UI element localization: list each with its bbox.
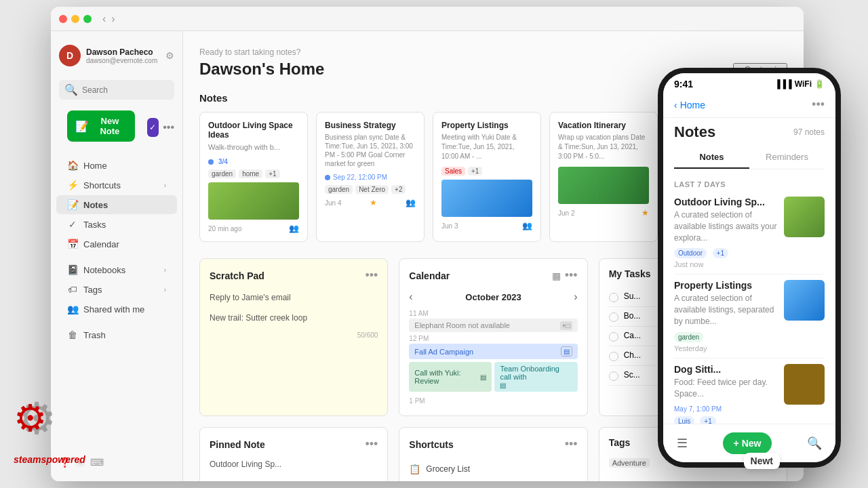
calendar-grid-icon[interactable]: ▦	[552, 270, 561, 281]
time-label-12pm: 12 PM	[409, 335, 577, 342]
back-arrow[interactable]: ‹	[102, 13, 106, 25]
calendar-more-icon[interactable]: •••	[565, 268, 578, 283]
mobile-back-label: Home	[680, 100, 705, 110]
cal-event-elephant[interactable]: Elephant Room not available +□	[409, 319, 577, 332]
cal-event-onboarding[interactable]: Team Onboarding call with ▤	[494, 362, 577, 392]
notes-label: Notes	[83, 200, 108, 210]
gear-icon[interactable]: ⚙	[165, 50, 174, 61]
task-checkbox[interactable]	[609, 312, 618, 322]
shortcut-grocery[interactable]: 📋 Grocery List	[409, 460, 577, 479]
scratch-content[interactable]: Reply to Jamie's email New trail: Sutter…	[210, 291, 378, 325]
mobile-overlay: 9:41 ▐▐▐ WiFi 🔋 ‹ Home ••• Notes 97 note…	[658, 68, 841, 468]
minimize-button[interactable]	[71, 15, 79, 23]
new-note-button[interactable]: 📝 New Note	[67, 110, 135, 142]
tasks-icon: ✓	[67, 219, 78, 230]
task-checkbox[interactable]	[609, 352, 618, 361]
chevron-icon: ›	[164, 286, 166, 293]
user-email: dawson@evernote.com	[86, 57, 165, 64]
mobile-note-info: Property Listings A curated selection of…	[674, 280, 777, 352]
scratch-more-icon[interactable]: •••	[365, 268, 378, 283]
sidebar-item-tags[interactable]: 🏷 Tags ›	[56, 280, 177, 299]
task-checkbox[interactable]	[609, 371, 618, 381]
mobile-note-dog[interactable]: Dog Sitti... Food: Feed twice per day. S…	[674, 359, 825, 424]
mobile-status-bar: 9:41 ▐▐▐ WiFi 🔋	[663, 73, 835, 92]
task-checkbox[interactable]	[609, 332, 618, 342]
sidebar-item-tasks[interactable]: ✓ Tasks	[56, 215, 177, 234]
mobile-note-count: 97 notes	[793, 127, 825, 137]
mobile-tabs: Notes Reminders	[674, 146, 825, 169]
sidebar-item-shortcuts[interactable]: ⚡ Shortcuts ›	[56, 176, 177, 195]
more-options-button[interactable]: •••	[163, 121, 174, 134]
note-date: Jun 3	[441, 222, 458, 230]
mobile-more-icon[interactable]: •••	[812, 98, 825, 112]
close-button[interactable]	[59, 15, 67, 23]
shortcuts-widget: Shortcuts ••• 📋 Grocery List 📋 Meeting A…	[399, 427, 587, 481]
mobile-new-button[interactable]: + New	[723, 432, 772, 454]
calendar-icon: 📅	[67, 239, 78, 249]
tasks-label: Tasks	[83, 220, 106, 230]
user-info: Dawson Pacheco dawson@evernote.com	[86, 47, 165, 64]
sidebar-item-notes[interactable]: 📝 Notes	[56, 195, 177, 214]
mobile-tag-outdoor: Outdoor	[674, 248, 707, 258]
cal-event-fall[interactable]: Fall Ad Campaign ▤	[409, 344, 577, 359]
task-checkbox[interactable]	[609, 293, 618, 302]
cal-event-yuki[interactable]: Call with Yuki: Review ▤	[409, 362, 492, 392]
note-tags: garden home +1	[208, 169, 299, 178]
cal-nav: ‹ October 2023 ›	[409, 291, 577, 303]
back-chevron-icon: ‹	[674, 100, 677, 110]
wifi-icon: WiFi	[795, 79, 812, 89]
mobile-time: 9:41	[674, 79, 693, 89]
mobile-note-property[interactable]: Property Listings A curated selection of…	[674, 274, 825, 358]
mobile-back-button[interactable]: ‹ Home	[674, 100, 705, 110]
tag-garden: garden	[208, 169, 236, 178]
mobile-tag-extra: +1	[713, 248, 728, 258]
note-date: 20 min ago	[208, 225, 241, 232]
maximize-button[interactable]	[83, 15, 92, 23]
note-card-property[interactable]: Property Listings Meeting with Yuki Date…	[433, 112, 541, 242]
note-date: Jun 4	[325, 199, 341, 207]
scratch-line-1: Reply to Jamie's email	[210, 291, 378, 306]
note-card-outdoor[interactable]: Outdoor Living Space Ideas Walk-through …	[199, 112, 308, 242]
sidebar-item-notebooks[interactable]: 📓 Notebooks ›	[56, 260, 177, 279]
search-icon: 🔍	[64, 83, 78, 96]
time-label-11am: 11 AM	[409, 310, 577, 317]
sidebar-item-trash[interactable]: 🗑 Trash	[56, 325, 177, 344]
shortcuts-more-icon[interactable]: •••	[565, 437, 578, 451]
mobile-title-text: Notes	[674, 123, 715, 141]
note-time: Just now	[674, 260, 703, 268]
forward-arrow[interactable]: ›	[111, 13, 115, 25]
mobile-tag-garden: garden	[674, 332, 703, 342]
cal-next-arrow[interactable]: ›	[574, 291, 577, 303]
cal-event-icon[interactable]: ▤	[561, 346, 572, 357]
search-bar[interactable]: 🔍 ⌘F	[59, 80, 174, 100]
mobile-hamburger-icon[interactable]: ☰	[677, 436, 688, 451]
search-input[interactable]	[82, 85, 184, 95]
cal-month: October 2023	[465, 292, 521, 302]
tag-adventure[interactable]: Adventure	[609, 458, 650, 468]
gear-fg-icon: ⚙	[14, 396, 47, 440]
calendar-title: Calendar	[409, 270, 450, 281]
cal-add-icon[interactable]: +□	[560, 321, 572, 330]
pinned-content: Outdoor Living Sp...	[210, 460, 378, 469]
shortcut-meeting[interactable]: 📋 Meeting Agenda	[409, 479, 577, 481]
mobile-search-icon[interactable]: 🔍	[807, 436, 822, 451]
mobile-note-outdoor[interactable]: Outdoor Living Sp... A curated selection…	[674, 191, 825, 274]
signal-icon: ▐▐▐	[774, 79, 792, 89]
mobile-plus-icon: +	[734, 438, 739, 449]
user-section[interactable]: D Dawson Pacheco dawson@evernote.com ⚙	[51, 39, 182, 72]
cal-prev-arrow[interactable]: ‹	[409, 291, 412, 303]
mobile-tab-notes[interactable]: Notes	[674, 146, 749, 169]
star-icon: ★	[642, 208, 649, 218]
shortcuts-header: Shortcuts •••	[409, 437, 577, 451]
mobile-tab-reminders[interactable]: Reminders	[749, 146, 825, 169]
pinned-more-icon[interactable]: •••	[365, 437, 378, 451]
note-card-vacation[interactable]: Vacation Itinerary Wrap up vacation plan…	[549, 112, 658, 242]
person-badge: Luis	[674, 416, 694, 424]
note-image	[441, 180, 532, 217]
sidebar-item-calendar[interactable]: 📅 Calendar	[56, 235, 177, 253]
tasks-quick-btn[interactable]: ✓	[147, 118, 159, 137]
sidebar-item-home[interactable]: 🏠 Home	[56, 156, 177, 175]
note-card-business[interactable]: Business Strategy Business plan sync Dat…	[316, 112, 425, 242]
sidebar-item-shared[interactable]: 👥 Shared with me	[56, 300, 177, 319]
home-label: Home	[83, 161, 107, 171]
